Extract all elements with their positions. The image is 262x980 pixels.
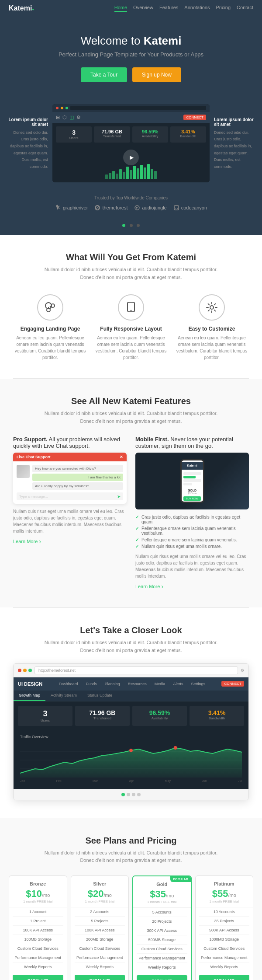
app-icon-3: ◫ [69, 115, 74, 120]
what-you-get-section: What Will You Get From Katemi Nullam d'd… [0, 235, 262, 378]
browser-mockup: http://themeforest.net ⚙ UI DESIGN Dashb… [13, 663, 249, 800]
pricing-section: See Plans and Pricing Nullam d'dolor id … [0, 818, 262, 980]
mobile-first-col: Mobile First. Never lose your potential … [135, 436, 249, 590]
feature-customize: Easy to Customize Aenean eu leo quam. Pe… [175, 294, 249, 361]
phone-mockup: Katemi GOLD $35/mo BUY NOW [135, 453, 249, 509]
closer-look-subtitle: Nullam d'dolor id nibh ultrices vehicula… [39, 639, 223, 654]
slider-dots [0, 217, 262, 235]
mobile-first-heading: Mobile First. Never lose your potential … [135, 436, 249, 449]
logo-themeforest: themeforest [94, 205, 128, 211]
app-tab-resources[interactable]: Resources [126, 680, 149, 687]
pricing-subtitle: Nullam d'dolor id nibh ultrices vehicula… [39, 849, 223, 865]
feature-landing-desc: Aenean eu leo quam. Pellentesque ornare … [13, 335, 87, 361]
feature-customize-desc: Aenean eu leo quam. Pellentesque ornare … [175, 335, 249, 361]
price-card-silver: Silver $20/mo 1 month FREE trial 2 Accou… [71, 875, 129, 980]
nav-pricing[interactable]: Pricing [216, 5, 231, 12]
browser-url-bar[interactable]: http://themeforest.net [34, 666, 238, 674]
app-tab-dashboard[interactable]: Dashboard [57, 680, 80, 687]
demo-screen: ⊞ ⬡ ◫ ⚙ CONNECT 3 Users 71.96 GB Transfe… [52, 104, 210, 182]
pro-support-learn-more[interactable]: Learn More › [13, 538, 41, 545]
nav-features[interactable]: Features [159, 5, 178, 12]
check-item-3: ✓Pellentesque ornare sem lacinia quam ve… [135, 537, 249, 543]
pricing-grid: Bronze $10/mo 1 month FREE trial 1 Accou… [9, 875, 253, 980]
pro-support-body: Nullam quis risus eget urna mollis ornar… [13, 508, 127, 534]
app-icon-1: ⊞ [56, 115, 60, 120]
price-card-gold: POPULAR Gold $35/mo 1 month FREE trial 5… [132, 875, 192, 980]
feature-responsive-title: Fully Responsive Layout [94, 326, 168, 332]
check-item-1: ✓Cras justo odio, dapibus ac facilisis i… [135, 514, 249, 525]
features-subtitle: Nullam d'dolor id nibh ultrices vehicula… [39, 410, 223, 425]
platinum-signup-button[interactable]: SIGN UP [199, 975, 250, 980]
hero-section: Welcome to Katemi Perfect Landing Page T… [0, 17, 262, 104]
feature-customize-title: Easy to Customize [175, 326, 249, 332]
check-item-2: ✓Pellentesque ornare sem lacinia quam ve… [135, 525, 249, 537]
gold-signup-button[interactable]: SIGN UP [137, 975, 187, 980]
price-card-platinum: Platinum $55/mo 1 month FREE trial 10 Ac… [195, 875, 254, 980]
signup-button[interactable]: Sign up Now [132, 67, 181, 82]
mobile-body: Nullam quis risus eget urna mollis ornar… [135, 553, 249, 579]
feature-landing: Engaging Landing Page Aenean eu leo quam… [13, 294, 87, 361]
app-tab-planning[interactable]: Planning [103, 680, 122, 687]
stat-users: 3 Users [18, 706, 72, 726]
sub-nav-activity[interactable]: Activity Stream [45, 691, 82, 701]
svg-point-11 [129, 749, 133, 752]
app-tab-settings[interactable]: Settings [189, 680, 207, 687]
closer-look-section: Let's Take a Closer Look Nullam d'dolor … [0, 608, 262, 817]
pro-support-col: Pro Support. All your problems will solv… [13, 436, 127, 590]
feature-landing-title: Engaging Landing Page [13, 326, 87, 332]
demo-text-left: Lorem ipsum dolor sit amet Donec sed odi… [7, 117, 48, 170]
demo-text-right: Lorem ipsum dolor sit amet Donec sed odi… [214, 117, 255, 170]
svg-point-12 [174, 746, 177, 750]
sub-nav-status[interactable]: Status Update [82, 691, 117, 701]
chat-msg-2: I am fine thanks a lot [32, 474, 123, 481]
stat-bandwidth: 3.41% Bandwidth [190, 706, 244, 726]
features-title: See All New Katemi Features [13, 396, 249, 406]
katemi-features-section: See All New Katemi Features Nullam d'dol… [0, 379, 262, 607]
silver-signup-button[interactable]: SIGN UP [75, 975, 125, 980]
app-tab-media[interactable]: Media [152, 680, 168, 687]
stat-availability: 96.59% Availability [132, 706, 187, 726]
hero-title: Welcome to Katemi [9, 34, 253, 48]
chat-msg-1: Hey how are you connected with Divis? [32, 465, 123, 472]
nav-logo: Katemi● [9, 4, 34, 12]
logo-codecanyon: codecanyon [173, 205, 207, 211]
price-card-bronze: Bronze $10/mo 1 month FREE trial 1 Accou… [9, 875, 67, 980]
pro-support-heading: Pro Support. All your problems will solv… [13, 436, 127, 449]
nav-home[interactable]: Home [114, 5, 127, 12]
svg-point-9 [131, 310, 132, 311]
hero-subtitle: Perfect Landing Page Template for Your P… [9, 51, 253, 58]
sub-nav-growth[interactable]: Growth Map [14, 691, 45, 701]
app-icon-2: ⬡ [62, 115, 67, 120]
closer-look-title: Let's Take a Closer Look [13, 625, 249, 635]
svg-point-10 [210, 306, 214, 309]
chat-msg-3: Are u really happy by my services? [32, 482, 123, 490]
check-item-4: ✓Nullam quis risus eget urna mollis orna… [135, 543, 249, 550]
popular-badge: POPULAR [170, 876, 190, 882]
logo-graphicriver: graphicriver [55, 205, 88, 211]
trusted-section: Trusted by Top Worldwide Companies graph… [0, 191, 262, 217]
nav-links: Home Overview Features Annotations Prici… [114, 5, 253, 12]
bronze-signup-button[interactable]: SIGN UP [13, 975, 63, 980]
app-tab-funds[interactable]: Funds [84, 680, 99, 687]
chat-mockup: Live Chat Support ✕ Hey how are you conn… [13, 453, 127, 504]
nav-contact[interactable]: Contact [237, 5, 253, 12]
pricing-title: See Plans and Pricing [9, 836, 253, 846]
logo-audiojungle: audiojungle [134, 205, 166, 211]
app-icon-4: ⚙ [76, 115, 81, 120]
mobile-learn-more[interactable]: Learn More › [135, 583, 163, 590]
what-subtitle: Nullam d'dolor id nibh ultrices vehicula… [39, 266, 223, 281]
app-tab-alerts[interactable]: Alerts [171, 680, 185, 687]
tour-button[interactable]: Take a Tour [81, 67, 127, 82]
navigation: Katemi● Home Overview Features Annotatio… [0, 0, 262, 17]
what-title: What Will You Get From Katemi [13, 252, 249, 262]
trusted-label: Trusted by Top Worldwide Companies [9, 195, 253, 200]
demo-section: Lorem ipsum dolor sit amet Donec sed odi… [0, 104, 262, 191]
stat-transfer: 71.96 GB Transferred [75, 706, 130, 726]
play-button[interactable]: ▶ [123, 150, 139, 165]
feature-responsive: Fully Responsive Layout Aenean eu leo qu… [94, 294, 168, 361]
nav-overview[interactable]: Overview [133, 5, 153, 12]
mobile-checklist: ✓Cras justo odio, dapibus ac facilisis i… [135, 514, 249, 550]
nav-annotations[interactable]: Annotations [184, 5, 210, 12]
feature-responsive-desc: Aenean eu leo quam. Pellentesque ornare … [94, 335, 168, 361]
